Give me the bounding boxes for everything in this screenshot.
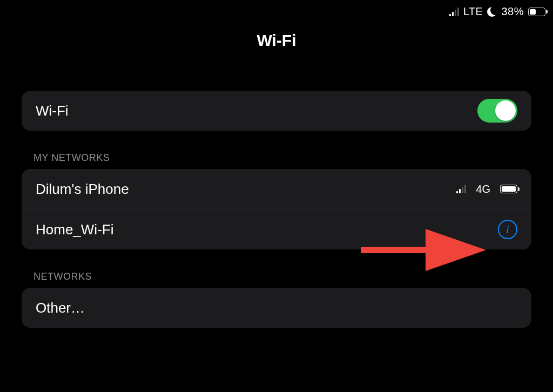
section-header-networks: NETWORKS — [33, 271, 531, 282]
battery-icon — [500, 185, 517, 193]
network-row-other[interactable]: Other… — [22, 288, 531, 328]
wifi-toggle-label: Wi-Fi — [36, 103, 69, 119]
cellular-signal-icon — [456, 185, 466, 193]
battery-percent-label: 38% — [501, 5, 524, 18]
wifi-toggle-card: Wi-Fi — [22, 91, 531, 131]
cellular-signal-icon — [449, 8, 459, 16]
section-header-my-networks: MY NETWORKS — [33, 152, 531, 164]
status-bar: LTE 38% — [449, 5, 545, 18]
hotspot-status-cluster: 4G — [456, 183, 517, 195]
networks-card: Other… — [22, 288, 531, 328]
network-row-dilums-iphone[interactable]: Dilum's iPhone 4G — [22, 169, 531, 209]
other-network-label: Other… — [36, 300, 85, 316]
hotspot-network-label: 4G — [476, 183, 490, 195]
network-name-label: Home_Wi-Fi — [36, 221, 113, 238]
wifi-toggle-switch[interactable] — [477, 99, 517, 123]
my-networks-card: Dilum's iPhone 4G Home_Wi-Fi i — [22, 169, 531, 249]
do-not-disturb-icon — [487, 7, 497, 17]
page-title: Wi-Fi — [0, 31, 553, 50]
wifi-toggle-row[interactable]: Wi-Fi — [22, 91, 531, 131]
network-name-label: Dilum's iPhone — [36, 181, 129, 198]
network-type-label: LTE — [463, 5, 483, 18]
battery-icon — [528, 8, 545, 16]
network-row-home-wifi[interactable]: Home_Wi-Fi i — [22, 209, 531, 249]
info-icon[interactable]: i — [498, 220, 517, 239]
